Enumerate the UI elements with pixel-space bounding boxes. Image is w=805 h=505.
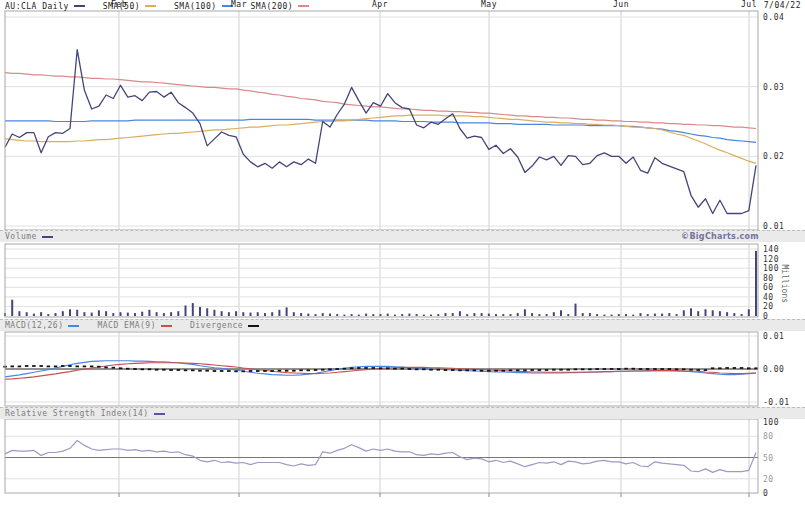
divergence-dash — [270, 370, 274, 372]
volume-bar — [632, 315, 634, 316]
divergence-dash — [603, 368, 607, 370]
volume-bar — [278, 310, 280, 316]
divergence-dash — [444, 369, 448, 371]
macd-legend-label-1: MACD EMA(9) — [97, 321, 155, 330]
divergence-dash — [321, 369, 325, 371]
chart-canvas — [0, 0, 805, 505]
volume-bar — [351, 314, 353, 316]
divergence-dash — [437, 369, 441, 371]
volume-bar — [69, 309, 71, 316]
rsi-ytick: 80 — [763, 432, 774, 441]
volume-bar — [242, 312, 244, 316]
volume-bar — [654, 314, 656, 316]
volume-bar — [719, 311, 721, 316]
volume-bar — [228, 312, 230, 316]
month-label-mar: Mar — [222, 0, 256, 9]
divergence-dash — [148, 368, 152, 370]
volume-bar — [726, 312, 728, 316]
divergence-dash — [25, 365, 29, 367]
volume-bar — [603, 315, 605, 316]
divergence-dash — [307, 369, 311, 371]
divergence-dash — [574, 368, 578, 370]
divergence-dash — [234, 370, 238, 372]
divergence-dash — [39, 365, 43, 367]
macd-legend-item-1: MACD EMA(9) — [97, 321, 171, 330]
volume-bar — [466, 314, 468, 316]
volume-bar — [62, 311, 64, 316]
divergence-dash — [76, 366, 80, 368]
month-label-apr: Apr — [363, 0, 397, 9]
divergence-dash — [523, 369, 527, 371]
sma-legend-dash-icon-0 — [145, 5, 156, 7]
divergence-dash — [660, 368, 664, 370]
volume-bar — [112, 313, 114, 316]
divergence-dash — [350, 367, 354, 369]
volume-bar — [640, 313, 642, 316]
sma-legend-dash-icon-2 — [298, 5, 309, 7]
volume-bar — [582, 313, 584, 316]
divergence-dash — [588, 368, 592, 370]
divergence-dash — [632, 368, 636, 370]
volume-bar — [495, 314, 497, 316]
month-label-feb: Feb — [102, 0, 136, 9]
volume-bar — [11, 300, 13, 316]
macd-legend-label-2: Divergence — [190, 321, 243, 330]
volume-bar — [481, 313, 483, 316]
divergence-dash — [227, 370, 231, 372]
divergence-dash — [249, 370, 253, 372]
volume-bar — [596, 314, 598, 316]
divergence-dash — [141, 368, 145, 370]
volume-bar — [336, 314, 338, 316]
volume-bar — [98, 310, 100, 316]
divergence-dash — [668, 368, 672, 370]
volume-bar — [250, 313, 252, 316]
volume-ytick: 60 — [763, 283, 774, 292]
divergence-dash — [718, 367, 722, 369]
volume-bar — [148, 310, 150, 316]
divergence-dash — [169, 369, 173, 371]
volume-bar — [293, 312, 295, 316]
divergence-dash — [18, 366, 22, 368]
volume-bar — [329, 314, 331, 316]
volume-bar — [575, 304, 577, 316]
divergence-dash — [487, 370, 491, 372]
divergence-dash — [689, 369, 693, 371]
volume-bar — [343, 315, 345, 316]
volume-bar — [661, 314, 663, 316]
divergence-dash — [328, 368, 332, 370]
divergence-dash — [184, 369, 188, 371]
divergence-dash — [263, 370, 267, 372]
volume-bar — [192, 303, 194, 316]
macd-legend-dash-icon-0 — [68, 325, 79, 327]
volume-bar — [177, 311, 179, 316]
volume-ytick: 40 — [763, 293, 774, 302]
divergence-dash — [400, 368, 404, 370]
volume-bar — [625, 314, 627, 316]
rsi-ytick: 0 — [763, 489, 768, 498]
bigcharts-watermark[interactable]: ©BigCharts.com — [681, 232, 759, 241]
volume-bar — [517, 313, 519, 316]
divergence-dash — [422, 368, 426, 370]
symbol-legend-item: AU:CLA Daily — [5, 2, 85, 11]
volume-bar — [748, 309, 750, 316]
divergence-dash — [61, 365, 65, 367]
divergence-dash — [740, 367, 744, 369]
divergence-dash — [754, 367, 758, 369]
volume-ytick: 20 — [763, 302, 774, 311]
volume-bar — [459, 311, 461, 316]
divergence-dash — [357, 367, 361, 369]
divergence-dash — [393, 368, 397, 370]
divergence-dash — [256, 370, 260, 372]
volume-bar — [127, 313, 129, 316]
volume-bar — [307, 314, 309, 316]
month-label-jul: Jul — [732, 0, 766, 9]
price-ytick: 0.02 — [763, 152, 784, 161]
macd-legend-item-2: Divergence — [190, 321, 259, 330]
volume-bar — [618, 314, 620, 316]
volume-bar — [55, 313, 57, 316]
divergence-dash — [213, 370, 217, 372]
divergence-dash — [119, 367, 123, 369]
macd-ytick: 0.01 — [763, 332, 784, 341]
divergence-dash — [205, 370, 209, 372]
divergence-dash — [408, 368, 412, 370]
